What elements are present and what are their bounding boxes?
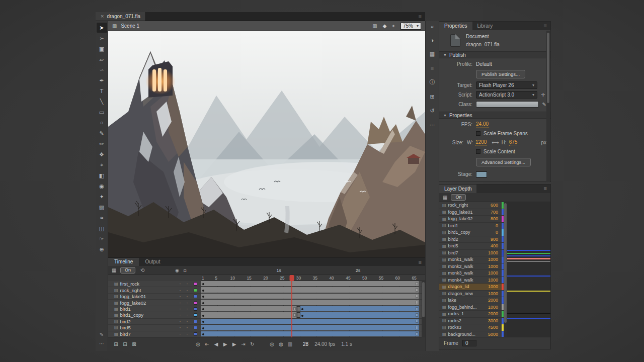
depth-graph-line[interactable] [507,276,550,277]
timeline-layer-row[interactable]: ▤ first_rock · · [108,281,425,287]
layer-visibility-dot[interactable]: · [177,294,184,299]
layer-outline-swatch[interactable] [194,326,197,329]
scale-frame-spans-checkbox[interactable] [476,131,480,136]
depth-value[interactable]: 1000 [488,257,500,262]
stage-canvas[interactable] [108,31,425,257]
eyedropper-tool[interactable]: ✦ [97,192,107,202]
lasso-tool[interactable]: ∽ [97,65,107,75]
scrollbar-thumb[interactable] [504,203,507,323]
stage-color-swatch[interactable] [476,171,487,177]
layer-frames-track[interactable] [201,306,425,312]
depth-graph-line[interactable] [507,253,550,254]
timeline-scrollbar[interactable] [422,281,425,337]
layer-outline-swatch[interactable] [194,301,197,305]
frame-ruler[interactable]: 15101520253035404550556065 [201,275,425,281]
layer-lock-dot[interactable]: · [184,312,191,318]
hand-tool[interactable]: ☞ [97,234,107,244]
scrollbar-thumb[interactable] [547,33,549,103]
layer-lock-dot[interactable]: · [184,306,191,312]
eraser-tool[interactable]: ▨ [97,202,107,212]
layer-depth-row[interactable]: ▤ monk4_walk 1000 [439,277,504,284]
toolbar-options-icon[interactable]: ⋯ [97,339,107,348]
depth-value[interactable]: 1000 [488,264,500,269]
layer-frames-track[interactable] [201,281,425,287]
layer-visibility-dot[interactable]: · [177,300,184,306]
layer-name-cell[interactable]: ▤ rock_right · · [108,287,201,293]
ink-bottle-tool[interactable]: ◉ [97,181,107,191]
delete-layer-icon[interactable]: ⊠ [130,341,138,347]
depth-graph-line[interactable] [507,250,550,251]
scene-breadcrumb[interactable]: Scene 1 [121,23,139,29]
layer-visibility-dot[interactable]: · [177,331,184,337]
swatches-icon[interactable]: ▦ [430,51,435,57]
zoom-tool[interactable]: ⊕ [97,244,107,254]
depth-graph-line[interactable] [507,258,550,259]
layer-depth-row[interactable]: ▤ bird5 400 [439,243,504,250]
layer-lock-dot[interactable]: · [184,331,191,337]
layer-depth-menu-icon[interactable]: ≡ [544,185,550,193]
depth-graph-line[interactable] [507,318,550,319]
pen-tool[interactable]: ✒ [97,75,107,85]
asset-warp-tool[interactable]: ⌖ [97,160,107,170]
timeline-layer-row[interactable]: ▤ rock_right · · [108,287,425,293]
free-transform-tool[interactable]: ▣ [97,44,107,54]
depth-value[interactable]: 1000 [488,305,500,310]
advanced-settings-button[interactable]: Advanced Settings... [476,158,531,166]
edit-multiple-frames-icon[interactable]: ▥ [286,341,294,347]
layer-outline-swatch[interactable] [194,282,197,286]
line-tool[interactable]: ╲ [97,97,107,107]
scrollbar-thumb[interactable] [422,282,425,317]
layer-depth-row[interactable]: ▤ bird7 1000 [439,250,504,257]
paint-bucket-tool[interactable]: ◧ [97,170,107,180]
depth-value[interactable]: 1000 [488,250,500,255]
text-tool[interactable]: T [97,86,107,96]
align-icon[interactable]: ≡ [431,65,434,71]
edit-scene-icon[interactable]: ▥ [372,23,377,29]
layer-lock-dot[interactable]: · [184,319,191,324]
layer-outline-swatch[interactable] [194,307,197,311]
layer-depth-row[interactable]: ▤ bird2 900 [439,236,504,243]
depth-value[interactable]: 3000 [488,318,500,323]
tab-timeline[interactable]: Timeline [108,258,139,266]
layer-lock-dot[interactable]: · [184,281,191,287]
depth-value[interactable]: 5000 [488,332,500,337]
properties-scrollbar[interactable] [546,31,550,181]
layer-visibility-dot[interactable]: · [177,288,184,293]
go-to-last-frame-icon[interactable]: ⇥ [239,341,247,347]
layer-frames-track[interactable] [201,287,425,293]
layer-depth-row[interactable]: ▤ monk2_walk 1000 [439,263,504,270]
layer-visibility-dot[interactable]: · [177,312,184,318]
layer-frames-track[interactable] [201,294,425,300]
playhead[interactable] [290,275,294,281]
layer-name-cell[interactable]: ▤ bird5 · · [108,325,201,331]
tab-close-icon[interactable]: × [101,14,104,19]
timeline-menu-icon[interactable]: ≡ [419,258,425,266]
depth-value[interactable]: 2000 [488,311,500,316]
depth-value[interactable]: 0 [496,230,500,235]
play-icon[interactable]: ▶ [221,341,229,347]
tab-properties[interactable]: Properties [439,22,472,30]
class-edit-pencil-icon[interactable]: ✎ [542,102,546,107]
depth-value[interactable]: 1000 [488,278,500,283]
frame-rate-value[interactable]: 24.00 fps [314,341,335,347]
layer-lock-dot[interactable]: · [184,325,191,330]
depth-value[interactable]: 1000 [488,284,500,289]
tab-layer-depth[interactable]: Layer Depth [439,185,476,193]
camera-tool[interactable]: ◫ [97,223,107,233]
subselection-tool[interactable]: ➢ [97,33,107,43]
class-input[interactable] [476,101,539,108]
layer-visibility-dot[interactable]: · [177,306,184,312]
layer-depth-row[interactable]: ▤ dragon_lid 1000 [439,284,504,291]
layer-depth-row[interactable]: ▤ rocks_1 2000 [439,311,504,318]
center-frame-icon[interactable]: ◎ [194,341,202,347]
layer-frames-track[interactable] [201,300,425,306]
layer-outline-swatch[interactable] [194,313,197,317]
depth-value[interactable]: 4500 [488,325,500,330]
depth-graph-line[interactable] [507,313,550,314]
layer-depth-row[interactable]: ▤ rock_right 600 [439,202,504,209]
depth-value[interactable]: 2000 [488,298,500,303]
script-settings-wrench-icon[interactable]: ✛ [541,92,545,98]
loop-icon[interactable]: ↻ [249,341,256,347]
edit-symbols-icon[interactable]: ◆ [383,23,387,29]
new-layer-icon[interactable]: ⊞ [112,341,120,347]
